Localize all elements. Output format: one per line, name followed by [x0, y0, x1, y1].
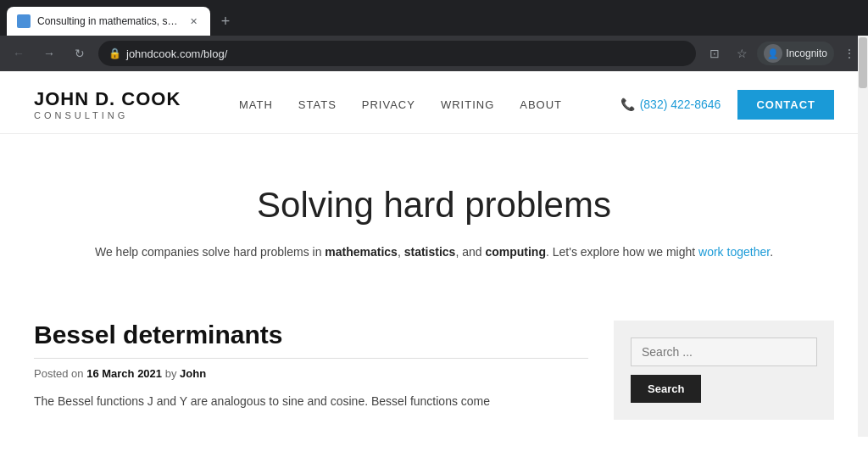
reload-button[interactable]: ↻	[68, 42, 92, 65]
logo-name: JOHN D. COOK	[34, 88, 181, 110]
work-together-link[interactable]: work together	[698, 245, 770, 259]
lock-icon: 🔒	[108, 47, 121, 59]
contact-button[interactable]: CONTACT	[737, 90, 834, 120]
url-text: johndcook.com/blog/	[126, 47, 227, 60]
hero-bold-computing: computing	[485, 245, 546, 259]
hero-mid1: ,	[398, 245, 404, 259]
hero-bold-math: mathematics	[325, 245, 398, 259]
article-title: Bessel determinants	[34, 321, 588, 349]
meta-date: 16 March 2021	[86, 367, 162, 380]
tab-close-button[interactable]: ✕	[186, 14, 200, 28]
article-divider	[34, 358, 588, 359]
sidebar: Search	[614, 321, 834, 420]
nav-about[interactable]: ABOUT	[520, 98, 562, 111]
article-meta: Posted on 16 March 2021 by John	[34, 367, 588, 380]
meta-prefix: Posted on	[34, 367, 86, 380]
phone-text: (832) 422-8646	[640, 98, 721, 111]
site-logo: JOHN D. COOK CONSULTING	[34, 88, 181, 120]
new-tab-button[interactable]: +	[214, 9, 237, 33]
meta-author: John	[180, 367, 206, 380]
hero-section: Solving hard problems We help companies …	[0, 134, 868, 304]
avatar: 👤	[764, 44, 782, 63]
site-header: JOHN D. COOK CONSULTING MATH STATS PRIVA…	[0, 71, 868, 134]
hero-mid2: , and	[455, 245, 485, 259]
article-excerpt: The Bessel functions J and Y are analogo…	[34, 392, 588, 410]
phone-icon: 📞	[620, 98, 635, 111]
hero-desc-prefix: We help companies solve hard problems in	[95, 245, 325, 259]
nav-writing[interactable]: WRITING	[441, 98, 494, 111]
tab-title: Consulting in mathematics, stati...	[37, 15, 180, 27]
tab-favicon	[17, 14, 31, 28]
hero-desc-suffix: . Let's explore how we might	[546, 245, 698, 259]
nav-stats[interactable]: STATS	[298, 98, 337, 111]
nav-math[interactable]: MATH	[239, 98, 273, 111]
hero-description: We help companies solve hard problems in…	[34, 243, 834, 261]
sidebar-search-widget: Search	[614, 321, 834, 420]
hero-title: Solving hard problems	[34, 185, 834, 226]
search-button[interactable]: Search	[631, 375, 701, 403]
site-nav: MATH STATS PRIVACY WRITING ABOUT	[239, 98, 562, 111]
header-right: 📞 (832) 422-8646 CONTACT	[620, 90, 834, 120]
active-tab[interactable]: Consulting in mathematics, stati... ✕	[7, 7, 210, 36]
meta-by: by	[162, 367, 180, 380]
scrollbar-track[interactable]	[858, 36, 868, 437]
address-bar[interactable]: 🔒 johndcook.com/blog/	[98, 41, 696, 66]
cast-icon[interactable]: ⊡	[703, 42, 726, 65]
back-button[interactable]: ←	[7, 42, 31, 65]
nav-privacy[interactable]: PRIVACY	[362, 98, 415, 111]
forward-button[interactable]: →	[37, 42, 61, 65]
main-content: Bessel determinants Posted on 16 March 2…	[34, 321, 588, 420]
content-area: Bessel determinants Posted on 16 March 2…	[0, 304, 868, 437]
profile-name: Incognito	[786, 47, 827, 59]
scrollbar-thumb[interactable]	[859, 37, 867, 88]
bookmark-icon[interactable]: ☆	[730, 42, 754, 65]
search-input[interactable]	[631, 337, 817, 366]
profile-button[interactable]: 👤 Incognito	[757, 42, 834, 65]
hero-bold-stats: statistics	[404, 245, 456, 259]
logo-sub: CONSULTING	[34, 110, 181, 120]
hero-link-suffix: .	[770, 245, 773, 259]
phone-number: 📞 (832) 422-8646	[620, 98, 721, 111]
